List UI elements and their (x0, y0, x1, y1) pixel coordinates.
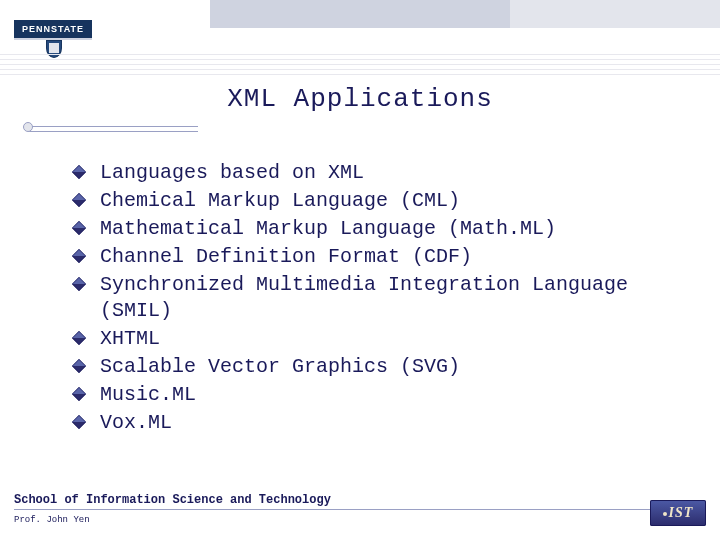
bullet-list: Languages based on XML Chemical Markup L… (74, 160, 680, 438)
header-color-bands (0, 0, 720, 28)
diamond-bullet-icon (72, 359, 86, 373)
footer-rule (14, 509, 706, 510)
list-item: Music.ML (74, 382, 680, 408)
diamond-bullet-icon (72, 387, 86, 401)
list-item: Chemical Markup Language (CML) (74, 188, 680, 214)
list-item: Synchronized Multimedia Integration Lang… (74, 272, 680, 324)
diamond-bullet-icon (72, 221, 86, 235)
list-item-text: Channel Definition Format (CDF) (100, 245, 472, 268)
title-underline (28, 126, 198, 132)
logo-text: PENNSTATE (14, 20, 92, 40)
diamond-bullet-icon (72, 193, 86, 207)
list-item: Scalable Vector Graphics (SVG) (74, 354, 680, 380)
diamond-bullet-icon (72, 415, 86, 429)
list-item: Mathematical Markup Language (Math.ML) (74, 216, 680, 242)
list-item-text: Synchronized Multimedia Integration Lang… (100, 273, 628, 322)
footer-school: School of Information Science and Techno… (14, 493, 706, 507)
slide-title: XML Applications (0, 84, 720, 114)
list-item-text: XHTML (100, 327, 160, 350)
ist-badge: IST (650, 500, 706, 526)
diamond-bullet-icon (72, 277, 86, 291)
diamond-bullet-icon (72, 249, 86, 263)
list-item-text: Music.ML (100, 383, 196, 406)
diamond-bullet-icon (72, 331, 86, 345)
decorative-rules (0, 54, 720, 84)
footer-professor: Prof. John Yen (14, 514, 706, 526)
list-item-text: Chemical Markup Language (CML) (100, 189, 460, 212)
pennstate-logo: PENNSTATE (14, 20, 104, 58)
list-item: Channel Definition Format (CDF) (74, 244, 680, 270)
slide-footer: School of Information Science and Techno… (14, 493, 706, 526)
diamond-bullet-icon (72, 165, 86, 179)
list-item: XHTML (74, 326, 680, 352)
list-item: Vox.ML (74, 410, 680, 436)
list-item-text: Languages based on XML (100, 161, 364, 184)
list-item-text: Scalable Vector Graphics (SVG) (100, 355, 460, 378)
ist-badge-text: IST (669, 505, 694, 520)
list-item-text: Vox.ML (100, 411, 172, 434)
list-item-text: Mathematical Markup Language (Math.ML) (100, 217, 556, 240)
list-item: Languages based on XML (74, 160, 680, 186)
